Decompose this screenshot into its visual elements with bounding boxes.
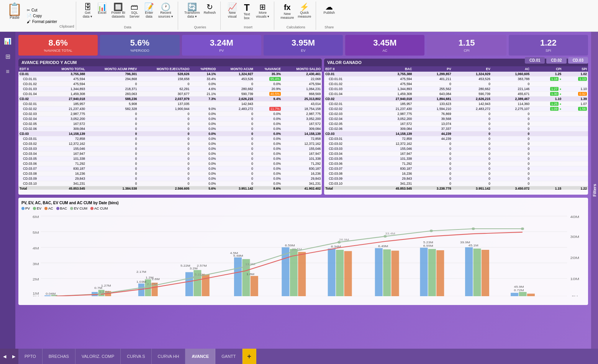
format-painter-label: Format painter bbox=[32, 20, 57, 24]
new-measure-button[interactable]: fx Newmeasure bbox=[279, 2, 295, 20]
avance-table-container[interactable]: EDT II MONTO TOTAL MONTO ACUM PREV MONTO… bbox=[18, 66, 322, 190]
kpi-avance-value: 8.6% bbox=[23, 38, 93, 48]
table-row: CD.03.03155,046000 bbox=[324, 146, 588, 151]
recent-sources-button[interactable]: 🕐 Recentsources ▾ bbox=[157, 2, 175, 19]
svg-text:20M: 20M bbox=[570, 256, 579, 260]
sidebar-table-icon[interactable]: ⊞ bbox=[2, 50, 14, 62]
calculations-group-label: Calculations bbox=[287, 25, 305, 29]
enter-data-button[interactable]: 📝 Enterdata bbox=[142, 2, 156, 19]
svg-text:0M: 0M bbox=[33, 295, 39, 296]
tab-brechas[interactable]: BRECHAS bbox=[43, 349, 75, 364]
svg-rect-51 bbox=[344, 251, 352, 296]
vg-col-ac: AC bbox=[492, 66, 531, 72]
tab-prev-arrow[interactable]: ◀ bbox=[0, 349, 9, 364]
tab-valoriz-comp[interactable]: VALORIZ. COMP bbox=[75, 349, 121, 364]
kpi-row: 8.6% %AVANCE TOTAL 5.6% %PERIODO 3.24M P… bbox=[18, 35, 588, 56]
tab-nav-arrows: ◀ ▶ bbox=[0, 349, 18, 364]
col-edt2: EDT II bbox=[18, 66, 48, 72]
svg-text:6M: 6M bbox=[33, 215, 39, 219]
svg-text:5M: 5M bbox=[33, 230, 39, 234]
cd02-button[interactable]: CD.02 bbox=[546, 57, 566, 64]
avance-panel: AVANCE PERIODO Y ACUM EDT II MONTO TOTAL… bbox=[18, 59, 322, 195]
insert-group: 📈 Newvisual T Textbox ⊞ Morevisuals ▾ In… bbox=[222, 2, 274, 30]
tab-gantt[interactable]: GANTT bbox=[215, 349, 242, 364]
kpi-spi-label: SPI bbox=[513, 49, 583, 52]
legend-ac: AC bbox=[44, 207, 53, 210]
tab-add-button[interactable]: + bbox=[242, 349, 256, 364]
svg-text:30M: 30M bbox=[570, 234, 579, 239]
svg-text:0M: 0M bbox=[572, 295, 578, 296]
table-row: CD.02.0221,237,4301,594,2102,483,2722,27… bbox=[324, 107, 588, 111]
paste-button[interactable]: 📋 Paste bbox=[5, 2, 25, 29]
tab-curva-hh[interactable]: CURVA HH bbox=[152, 349, 186, 364]
svg-text:2M: 2M bbox=[33, 277, 39, 281]
table-row: CD.03.0816,236000 bbox=[324, 171, 588, 176]
enter-data-label: Enterdata bbox=[145, 11, 153, 18]
cut-button[interactable]: ✂ Cut bbox=[26, 8, 58, 13]
avance-panel-header: AVANCE PERIODO Y ACUM bbox=[18, 59, 322, 66]
recent-sources-label: Recentsources ▾ bbox=[158, 11, 173, 18]
share-group-label: Share bbox=[324, 25, 334, 29]
cut-label: Cut bbox=[31, 8, 38, 12]
legend-bac: BAC bbox=[56, 207, 67, 210]
excel-button[interactable]: 📊 Excel bbox=[95, 2, 109, 19]
svg-rect-55 bbox=[392, 251, 399, 296]
svg-text:5.23M: 5.23M bbox=[423, 241, 433, 244]
table-row: CD.02.01185,9575,908137,035142,94343,014 bbox=[18, 102, 322, 107]
publish-button[interactable]: ☁ Publish bbox=[322, 2, 337, 15]
new-visual-label: Newvisual bbox=[228, 11, 237, 18]
power-bi-datasets-button[interactable]: 🔲 Power BIdatasets bbox=[110, 2, 127, 19]
filters-panel[interactable]: Filters bbox=[591, 32, 598, 349]
vg-col-pv: PV bbox=[413, 66, 452, 72]
cd01-button[interactable]: CD.01 bbox=[525, 57, 545, 64]
tab-curva-s[interactable]: CURVA S bbox=[121, 349, 151, 364]
copy-button[interactable]: 📄 Copy bbox=[26, 13, 58, 18]
get-data-button[interactable]: 🗄 Getdata ▾ bbox=[81, 2, 95, 19]
sidebar-report-icon[interactable]: 📊 bbox=[2, 35, 14, 47]
svg-text:13.9M: 13.9M bbox=[245, 262, 255, 266]
svg-text:40M: 40M bbox=[570, 215, 579, 219]
transform-data-button[interactable]: 🔄 Transformdata ▾ bbox=[183, 2, 202, 19]
new-visual-button[interactable]: 📈 Newvisual bbox=[225, 2, 239, 21]
sql-server-label: SQLServer bbox=[129, 11, 140, 18]
table-row: CD.0227,940,0181,894,6812,626,2152,389,4… bbox=[324, 97, 588, 102]
table-row: CD.013,755,3881,299,8571,324,9291,060,60… bbox=[324, 72, 588, 77]
cd03-button[interactable]: CD.03 bbox=[568, 57, 588, 64]
sql-server-button[interactable]: 🗃 SQLServer bbox=[128, 2, 141, 19]
vg-col-edt2: EDT II bbox=[324, 66, 370, 72]
transform-data-icon: 🔄 bbox=[187, 3, 197, 11]
table-row: CD.02.06309,08437,33700 bbox=[324, 126, 588, 131]
svg-text:6.49M: 6.49M bbox=[378, 244, 388, 248]
svg-rect-63 bbox=[473, 249, 481, 296]
table-row: CD.03.10341,231000.0%00.0%341,231 bbox=[18, 181, 322, 186]
svg-text:2.17M: 2.17M bbox=[136, 270, 146, 274]
quick-measure-button[interactable]: ⚡ Quickmeasure bbox=[296, 2, 313, 20]
legend-pv: PV bbox=[21, 207, 30, 210]
tab-avance[interactable]: AVANCE bbox=[185, 349, 215, 364]
svg-point-79 bbox=[383, 235, 387, 238]
table-row: CD.02.05167,57213,07400 bbox=[324, 121, 588, 126]
col-monto-acum: MONTO ACUM bbox=[217, 66, 254, 72]
svg-point-74 bbox=[146, 286, 149, 289]
svg-rect-17 bbox=[44, 295, 51, 296]
text-box-button[interactable]: T Textbox bbox=[240, 2, 254, 21]
table-row: Total45,853,5453,238,7783,951,1423,450,0… bbox=[324, 186, 588, 190]
svg-text:3.2M: 3.2M bbox=[190, 266, 198, 270]
insert-buttons: 📈 Newvisual T Textbox ⊞ Morevisuals ▾ bbox=[225, 2, 271, 21]
refresh-button[interactable]: ↻ Refresh bbox=[202, 2, 218, 19]
tab-next-arrow[interactable]: ▶ bbox=[9, 349, 18, 364]
enter-data-icon: 📝 bbox=[144, 3, 154, 11]
avance-table: EDT II MONTO TOTAL MONTO ACUM PREV MONTO… bbox=[18, 66, 322, 190]
chart-svg: 6M 5M 4M 3M 2M 1M 40M 30M 20M 10M 0M 0.0 bbox=[21, 212, 585, 296]
power-bi-datasets-label: Power BIdatasets bbox=[111, 11, 126, 18]
kpi-periodo-value: 5.6% bbox=[105, 38, 175, 48]
table-row: CD.02.043,052,200000.0%00.0%3,052,200 bbox=[18, 116, 322, 121]
svg-point-78 bbox=[338, 241, 341, 244]
valor-ganado-table-container[interactable]: EDT II BAC PV EV AC CPI SPI CD.013,755,3… bbox=[324, 66, 588, 190]
legend-ac-label: AC bbox=[48, 207, 53, 210]
format-painter-button[interactable]: 🖌 Format painter bbox=[26, 19, 58, 24]
svg-rect-54 bbox=[383, 249, 391, 296]
sidebar-layers-icon[interactable]: ≡ bbox=[2, 66, 14, 78]
more-visuals-button[interactable]: ⊞ Morevisuals ▾ bbox=[254, 2, 271, 21]
tab-ppto[interactable]: PPTO bbox=[18, 349, 43, 364]
